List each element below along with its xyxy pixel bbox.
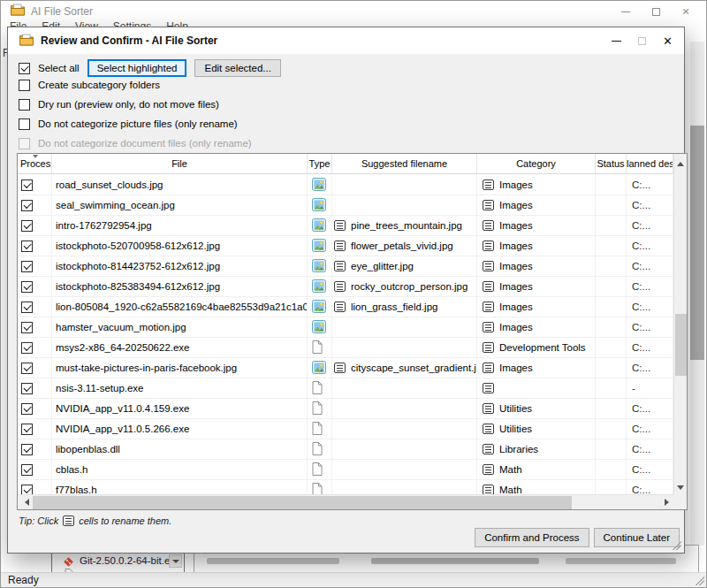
category-cell[interactable] xyxy=(477,378,596,398)
category-cell[interactable]: Images xyxy=(477,195,596,215)
column-header-file[interactable]: File xyxy=(52,154,308,173)
column-header-status[interactable]: Status xyxy=(596,154,627,173)
file-name-cell[interactable]: libopenblas.dll xyxy=(52,439,308,459)
row-process-checkbox[interactable] xyxy=(21,179,33,191)
file-name-cell[interactable]: NVIDIA_app_v11.0.5.266.exe xyxy=(52,419,308,439)
process-cell[interactable] xyxy=(18,480,52,494)
suggested-filename-cell[interactable] xyxy=(332,175,477,195)
file-name-cell[interactable]: road_sunset_clouds.jpg xyxy=(52,175,308,195)
close-button[interactable]: ✕ xyxy=(671,1,701,22)
row-process-checkbox[interactable] xyxy=(21,200,33,211)
category-cell[interactable]: Images xyxy=(477,216,596,235)
rename-icon[interactable] xyxy=(334,241,346,251)
option-checkbox[interactable] xyxy=(19,99,30,111)
dialog-resize-grip[interactable] xyxy=(673,541,681,550)
row-process-checkbox[interactable] xyxy=(21,444,33,455)
rename-icon[interactable] xyxy=(483,179,494,190)
row-process-checkbox[interactable] xyxy=(21,322,33,333)
row-process-checkbox[interactable] xyxy=(21,302,33,313)
row-process-checkbox[interactable] xyxy=(21,485,33,495)
rename-icon[interactable] xyxy=(334,281,346,292)
suggested-filename-cell[interactable]: eye_glitter.jpg xyxy=(332,256,477,276)
process-cell[interactable] xyxy=(18,277,52,296)
rename-icon[interactable] xyxy=(483,383,494,393)
rename-icon[interactable] xyxy=(483,444,494,454)
process-cell[interactable] xyxy=(18,358,52,378)
suggested-filename-cell[interactable]: pine_trees_mountain.jpg xyxy=(332,216,477,235)
category-cell[interactable]: Images xyxy=(477,358,596,378)
suggested-filename-cell[interactable] xyxy=(332,338,477,357)
scroll-right-arrow-icon[interactable] xyxy=(659,495,673,510)
process-cell[interactable] xyxy=(18,399,52,418)
row-process-checkbox[interactable] xyxy=(21,241,33,252)
suggested-filename-cell[interactable] xyxy=(332,195,477,215)
category-cell[interactable]: Math xyxy=(477,480,596,494)
process-cell[interactable] xyxy=(18,175,52,195)
process-cell[interactable] xyxy=(18,195,52,215)
suggested-filename-cell[interactable]: flower_petals_vivid.jpg xyxy=(332,236,477,256)
rename-icon[interactable] xyxy=(483,363,494,373)
category-cell[interactable]: Development Tools xyxy=(477,338,596,357)
confirm-and-process-button[interactable]: Confirm and Process xyxy=(475,528,589,547)
scroll-down-arrow-icon[interactable] xyxy=(674,480,688,494)
suggested-filename-cell[interactable] xyxy=(332,378,477,398)
option-checkbox[interactable] xyxy=(19,80,30,91)
horizontal-scroll-thumb[interactable] xyxy=(33,496,572,509)
suggested-filename-cell[interactable] xyxy=(332,439,477,459)
rename-icon[interactable] xyxy=(483,220,494,231)
minimize-button[interactable] xyxy=(611,1,641,22)
rename-icon[interactable] xyxy=(334,261,346,271)
rename-icon[interactable] xyxy=(334,363,346,373)
suggested-filename-cell[interactable]: lion_grass_field.jpg xyxy=(332,297,477,317)
main-scrollbar-thumb[interactable] xyxy=(690,126,704,360)
rename-icon[interactable] xyxy=(334,220,346,231)
row-process-checkbox[interactable] xyxy=(21,464,33,476)
category-cell[interactable]: Utilities xyxy=(477,419,596,439)
process-cell[interactable] xyxy=(18,378,52,398)
rename-icon[interactable] xyxy=(483,485,494,494)
row-process-checkbox[interactable] xyxy=(21,403,33,415)
rename-icon[interactable] xyxy=(483,403,494,414)
column-header-suggested-filename[interactable]: Suggested filename xyxy=(332,154,477,173)
dropdown-arrow-icon[interactable] xyxy=(169,554,182,568)
category-cell[interactable]: Utilities xyxy=(477,399,596,418)
column-header-lanned-dest[interactable]: lanned dest xyxy=(627,154,673,173)
row-process-checkbox[interactable] xyxy=(21,383,33,394)
rename-icon[interactable] xyxy=(483,281,494,292)
dialog-minimize-button[interactable] xyxy=(604,27,629,54)
file-name-cell[interactable]: lion-805084_1920-c62a5582169c4bae82553d9… xyxy=(52,297,308,317)
suggested-filename-cell[interactable] xyxy=(332,480,477,494)
select-highlighted-button[interactable]: Select highlighted xyxy=(87,59,187,77)
scroll-left-arrow-icon[interactable] xyxy=(18,495,32,510)
file-name-cell[interactable]: nsis-3.11-setup.exe xyxy=(52,378,308,398)
window-resize-grip[interactable] xyxy=(696,577,704,585)
process-cell[interactable] xyxy=(18,216,52,235)
category-cell[interactable]: Libraries xyxy=(477,439,596,459)
category-cell[interactable]: Images xyxy=(477,175,596,195)
process-cell[interactable] xyxy=(18,236,52,256)
suggested-filename-cell[interactable] xyxy=(332,419,477,439)
category-cell[interactable]: Math xyxy=(477,460,596,479)
column-header-type[interactable]: Type xyxy=(308,154,332,173)
option-row-2[interactable]: Do not categorize picture files (only re… xyxy=(19,117,252,131)
column-header-category[interactable]: Category xyxy=(477,154,596,173)
main-window-scrollbar[interactable] xyxy=(690,42,704,546)
file-name-cell[interactable]: istockphoto-814423752-612x612.jpg xyxy=(52,256,308,276)
rename-icon[interactable] xyxy=(483,342,494,353)
file-name-cell[interactable]: hamster_vacuum_motion.jpg xyxy=(52,317,308,337)
background-list-item[interactable]: Git-2.50.0.2-64-bit.exe xyxy=(80,555,180,566)
select-all-checkbox[interactable] xyxy=(19,63,30,74)
row-process-checkbox[interactable] xyxy=(21,342,33,354)
rename-icon[interactable] xyxy=(334,302,346,312)
file-name-cell[interactable]: seal_swimming_ocean.jpg xyxy=(52,195,308,215)
file-name-cell[interactable]: NVIDIA_app_v11.0.4.159.exe xyxy=(52,399,308,418)
process-cell[interactable] xyxy=(18,460,52,479)
process-cell[interactable] xyxy=(18,419,52,439)
category-cell[interactable]: Images xyxy=(477,277,596,296)
category-cell[interactable]: Images xyxy=(477,297,596,317)
category-cell[interactable]: Images xyxy=(477,256,596,276)
rename-icon[interactable] xyxy=(483,241,494,251)
rename-icon[interactable] xyxy=(483,302,494,312)
process-cell[interactable] xyxy=(18,338,52,357)
dialog-close-button[interactable]: ✕ xyxy=(655,27,680,54)
